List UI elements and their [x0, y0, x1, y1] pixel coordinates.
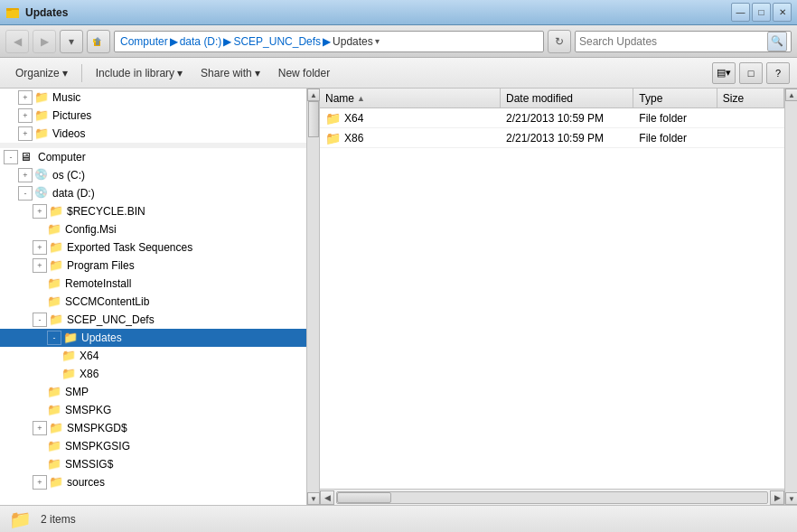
- tree-scroll-track[interactable]: [307, 101, 319, 492]
- tree-item-smspkg[interactable]: 📁 SMSPKG: [0, 401, 306, 419]
- search-input[interactable]: [579, 35, 767, 48]
- include-in-library-button[interactable]: Include in library ▾: [88, 61, 191, 85]
- refresh-button[interactable]: ↻: [548, 30, 571, 53]
- tree-item-sccm-content[interactable]: 📁 SCCMContentLib: [0, 293, 306, 311]
- file-list-header: Name ▲ Date modified Type Size: [320, 89, 784, 108]
- tree-item-smspkgd[interactable]: + 📁 SMSPKGD$: [0, 419, 306, 437]
- breadcrumb-data-d[interactable]: data (D:): [180, 35, 222, 48]
- tree-item-smp[interactable]: 📁 SMP: [0, 383, 306, 401]
- toolbar-divider-1: [81, 64, 82, 82]
- file-cell-x86-type: File folder: [633, 132, 717, 145]
- breadcrumb-scep[interactable]: SCEP_UNC_Defs: [233, 35, 321, 48]
- minimize-button[interactable]: —: [731, 3, 750, 22]
- file-name-x86: X86: [344, 132, 363, 145]
- breadcrumb-dropdown[interactable]: ▾: [375, 36, 380, 46]
- tree-expand-videos[interactable]: +: [18, 126, 33, 141]
- tree-item-updates[interactable]: - 📁 Updates: [0, 329, 306, 347]
- back-button[interactable]: ◀: [5, 30, 29, 53]
- recent-locations-button[interactable]: ▾: [60, 30, 83, 53]
- col-header-date[interactable]: Date modified: [501, 89, 633, 107]
- breadcrumb-computer[interactable]: Computer: [120, 35, 168, 48]
- tree-expand-recycle[interactable]: +: [33, 204, 47, 219]
- file-scroll-track[interactable]: [785, 101, 797, 492]
- hscroll-right[interactable]: ▶: [770, 490, 784, 505]
- file-list-content: Name ▲ Date modified Type Size: [320, 89, 797, 505]
- tree-expand-updates[interactable]: -: [47, 331, 61, 345]
- tree-expand-pictures[interactable]: +: [18, 108, 33, 123]
- folder-icon-smspkgsig: 📁: [47, 439, 61, 453]
- col-header-name[interactable]: Name ▲: [320, 89, 501, 107]
- tree-item-config-msi[interactable]: 📁 Config.Msi: [0, 220, 306, 238]
- view-dropdown-icon: ▾: [726, 67, 731, 79]
- tree-item-remote-install[interactable]: 📁 RemoteInstall: [0, 275, 306, 293]
- tree-expand-computer[interactable]: -: [4, 150, 18, 164]
- tree-item-x86-sub[interactable]: 📁 X86: [0, 365, 306, 383]
- tree-scroll-thumb[interactable]: [308, 101, 319, 137]
- tree-item-computer[interactable]: - 🖥 Computer: [0, 148, 306, 166]
- tree-item-data-d[interactable]: - 💿 data (D:): [0, 184, 306, 202]
- col-header-type[interactable]: Type: [633, 89, 717, 107]
- folder-icon-recycle: 📁: [49, 204, 63, 219]
- breadcrumb-sep-2: ▶: [223, 35, 231, 48]
- tree-label-computer: Computer: [38, 151, 86, 163]
- tree-item-program-files[interactable]: + 📁 Program Files: [0, 257, 306, 275]
- tree-expand-program[interactable]: +: [33, 258, 47, 273]
- file-cell-x64-type: File folder: [633, 112, 717, 125]
- tree-expand-sources[interactable]: +: [33, 475, 47, 490]
- file-scroll-up[interactable]: ▲: [785, 89, 797, 101]
- tree-expand-music[interactable]: +: [18, 90, 33, 105]
- view-options-button[interactable]: ▤ ▾: [712, 62, 736, 84]
- folder-icon-remote: 📁: [47, 276, 61, 291]
- hscroll-thumb[interactable]: [337, 492, 391, 503]
- tree-expand-smspkgd[interactable]: +: [33, 421, 47, 435]
- up-button[interactable]: [87, 30, 110, 53]
- file-scroll-down[interactable]: ▼: [785, 492, 797, 505]
- tree-item-videos[interactable]: + 📁 Videos: [0, 125, 306, 143]
- tree-item-smssig[interactable]: 📁 SMSSIG$: [0, 455, 306, 473]
- share-with-button[interactable]: Share with ▾: [192, 61, 268, 85]
- tree-item-music[interactable]: + 📁 Music: [0, 89, 306, 107]
- col-header-size[interactable]: Size: [717, 89, 784, 107]
- file-row-x64[interactable]: 📁 X64 2/21/2013 10:59 PM File folder: [320, 108, 784, 128]
- hscroll-track[interactable]: [336, 491, 768, 504]
- file-row-x86[interactable]: 📁 X86 2/21/2013 10:59 PM File folder: [320, 128, 784, 148]
- tree-expand-scep[interactable]: -: [33, 313, 47, 327]
- close-button[interactable]: ✕: [773, 3, 792, 22]
- tree-expand-os-c[interactable]: +: [18, 168, 33, 182]
- include-in-library-label: Include in library: [96, 67, 174, 79]
- help-button[interactable]: ?: [766, 62, 790, 84]
- col-size-label: Size: [723, 92, 744, 105]
- breadcrumb-sep-3: ▶: [323, 35, 331, 48]
- maximize-button[interactable]: □: [752, 3, 771, 22]
- tree-scroll-down[interactable]: ▼: [307, 492, 320, 505]
- organize-button[interactable]: Organize ▾: [7, 61, 76, 85]
- tree-item-exported-task[interactable]: + 📁 Exported Task Sequences: [0, 238, 306, 257]
- hscroll-left[interactable]: ◀: [320, 490, 334, 505]
- preview-pane-button[interactable]: □: [739, 62, 763, 84]
- tree-item-pictures[interactable]: + 📁 Pictures: [0, 107, 306, 125]
- drive-icon-c: 💿: [34, 168, 49, 182]
- toolbar: Organize ▾ Include in library ▾ Share wi…: [0, 58, 797, 89]
- search-button[interactable]: 🔍: [767, 32, 787, 51]
- status-folder-icon: 📁: [9, 509, 32, 530]
- folder-icon-smssig: 📁: [47, 457, 61, 471]
- tree-item-smspkgsig[interactable]: 📁 SMSPKGSIG: [0, 437, 306, 455]
- breadcrumb-updates[interactable]: Updates: [333, 35, 373, 48]
- toolbar-right: ▤ ▾ □ ?: [712, 62, 790, 84]
- file-cell-x64-date: 2/21/2013 10:59 PM: [501, 112, 633, 125]
- hscroll-area: ◀ ▶: [320, 489, 784, 505]
- breadcrumb[interactable]: Computer ▶ data (D:) ▶ SCEP_UNC_Defs ▶ U…: [114, 31, 544, 52]
- folder-icon-smp: 📁: [47, 385, 61, 399]
- tree-scroll-up[interactable]: ▲: [307, 89, 320, 101]
- tree-expand-exported[interactable]: +: [33, 240, 47, 255]
- forward-button[interactable]: ▶: [33, 30, 56, 53]
- tree-label-recycle: $RECYCLE.BIN: [67, 205, 145, 218]
- tree-item-sources[interactable]: + 📁 sources: [0, 473, 306, 491]
- tree-expand-data-d[interactable]: -: [18, 186, 33, 201]
- tree-item-scep-unc[interactable]: - 📁 SCEP_UNC_Defs: [0, 311, 306, 329]
- tree-item-recycle-bin[interactable]: + 📁 $RECYCLE.BIN: [0, 202, 306, 220]
- computer-icon: 🖥: [20, 150, 34, 164]
- tree-item-x64-sub[interactable]: 📁 X64: [0, 347, 306, 365]
- tree-item-os-c[interactable]: + 💿 os (C:): [0, 166, 306, 184]
- new-folder-button[interactable]: New folder: [270, 61, 338, 85]
